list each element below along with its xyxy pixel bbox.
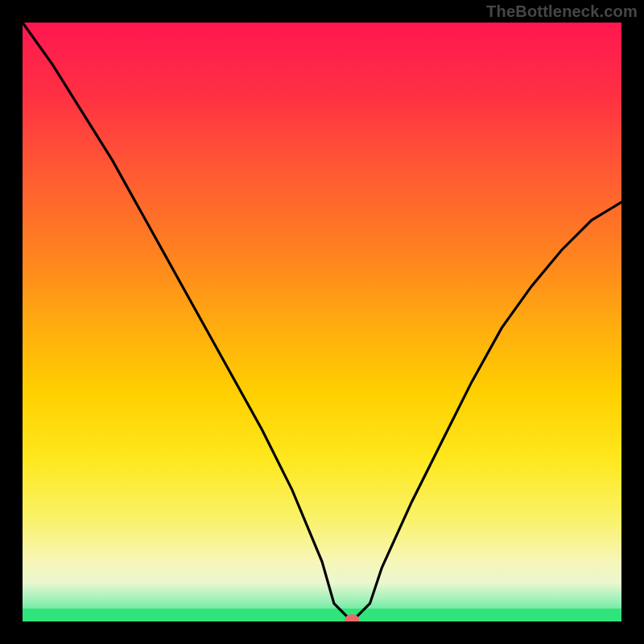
- chart-container: TheBottleneck.com: [0, 0, 644, 644]
- bottleneck-chart: [0, 0, 644, 644]
- zero-bottleneck-band: [23, 609, 621, 621]
- watermark: TheBottleneck.com: [486, 0, 638, 23]
- plot-background: [23, 23, 621, 621]
